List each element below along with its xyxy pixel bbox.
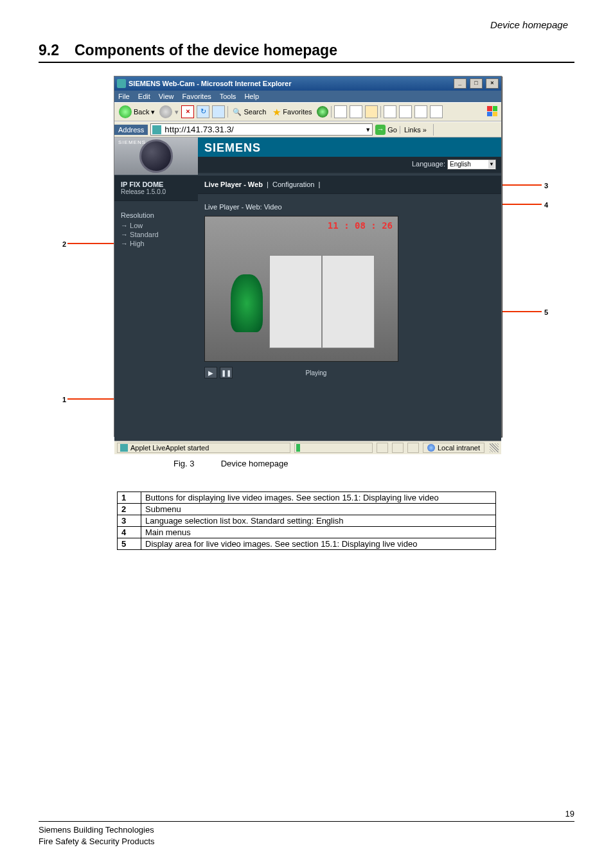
toolbar: Back ▾ ▾ × ↻ 🔍 Search ★ Favorites: [114, 102, 501, 121]
back-button[interactable]: Back ▾: [117, 105, 157, 119]
status-zone-text: Local intranet: [438, 444, 480, 452]
camera-brand-small: SIEMENS: [118, 139, 146, 145]
submenu: Resolution → Low → Standard → High: [114, 201, 198, 259]
video-door-right: [322, 255, 375, 348]
status-bar: Applet LiveApplet started Local intranet: [114, 441, 501, 454]
language-bar: Language: English: [198, 157, 501, 173]
home-button[interactable]: [212, 105, 225, 118]
sidebar: IP FIX DOME Release 1.5.0.0 Resolution →…: [114, 175, 198, 441]
status-zone: Local intranet: [423, 443, 484, 453]
minimize-button[interactable]: _: [454, 78, 466, 89]
star-icon: ★: [272, 107, 281, 117]
favorites-button[interactable]: ★ Favorites: [271, 107, 314, 118]
messenger-button[interactable]: [430, 105, 443, 118]
legend-table: 1Buttons for displaying live video image…: [117, 492, 496, 550]
section-heading: 9.2 Components of the device homepage: [39, 42, 574, 63]
callout-3: 3: [544, 182, 548, 190]
edit-button[interactable]: [384, 105, 396, 118]
video-title: Live Player - Web: Video: [204, 203, 495, 211]
status-progress: [294, 443, 373, 453]
favorites-label: Favorites: [283, 108, 312, 116]
table-row: 5Display area for live video images. See…: [118, 538, 496, 550]
callout-2: 2: [62, 240, 66, 248]
video-controls: ▶ ❚❚ Playing: [204, 367, 397, 378]
discuss-button[interactable]: [399, 105, 412, 118]
legend-text: Display area for live video images. See …: [141, 538, 496, 550]
footer-line-1: Siemens Building Technologies: [39, 824, 574, 836]
menu-tools[interactable]: Tools: [220, 93, 236, 100]
tab-live-player[interactable]: Live Player - Web: [204, 181, 263, 188]
table-row: 2Submenu: [118, 504, 496, 515]
close-button[interactable]: ×: [486, 78, 499, 89]
video-plant: [231, 274, 263, 332]
submenu-item-standard[interactable]: → Standard: [121, 231, 191, 238]
tab-row: Live Player - Web | Configuration |: [198, 175, 501, 194]
intranet-icon: [427, 444, 435, 452]
submenu-item-low[interactable]: → Low: [121, 222, 191, 229]
video-frame: 11 : 08 : 26: [204, 216, 398, 362]
tab-separator: |: [265, 181, 272, 188]
section-title-text: Components of the device homepage: [75, 42, 337, 59]
callout-1: 1: [62, 396, 66, 403]
table-row: 4Main menus: [118, 527, 496, 538]
go-button[interactable]: → Go: [375, 125, 397, 135]
stop-button[interactable]: ×: [181, 105, 194, 118]
refresh-button[interactable]: ↻: [197, 105, 209, 118]
figure-container: 1 2 3 4 5 SIEMENS Web-Cam - Microsoft In…: [39, 76, 574, 455]
menu-view[interactable]: View: [159, 93, 174, 100]
menu-help[interactable]: Help: [244, 93, 259, 100]
browser-window: SIEMENS Web-Cam - Microsoft Internet Exp…: [114, 76, 502, 437]
menu-edit[interactable]: Edit: [138, 93, 150, 100]
status-pane-4: [407, 443, 419, 453]
address-label: Address: [114, 125, 148, 135]
legend-num: 3: [118, 515, 141, 527]
submenu-title: Resolution: [121, 211, 191, 219]
table-row: 3Language selection list box. Standard s…: [118, 515, 496, 527]
search-button[interactable]: 🔍 Search: [231, 107, 268, 117]
mail-button[interactable]: [350, 105, 362, 118]
address-input[interactable]: [163, 124, 365, 135]
submenu-item-high[interactable]: → High: [121, 240, 191, 247]
device-label: IP FIX DOME Release 1.5.0.0: [114, 175, 198, 201]
applet-icon: [120, 444, 128, 452]
media-button[interactable]: [317, 106, 328, 118]
page-footer: 19 Siemens Building Technologies Fire Sa…: [39, 821, 574, 847]
legend-num: 4: [118, 527, 141, 538]
callout-line-3: [499, 184, 542, 186]
device-model: IP FIX DOME: [121, 181, 191, 188]
language-select[interactable]: English: [447, 159, 496, 170]
figure-label: Fig. 3: [173, 459, 218, 468]
pause-button[interactable]: ❚❚: [220, 367, 233, 378]
window-title: SIEMENS Web-Cam - Microsoft Internet Exp…: [129, 80, 291, 87]
legend-text: Language selection list box. Standard se…: [141, 515, 496, 527]
research-button[interactable]: [414, 105, 427, 118]
brand-logo: SIEMENS: [198, 137, 501, 157]
main-area: Live Player - Web | Configuration | Live…: [198, 175, 501, 441]
callout-line-2: [67, 243, 119, 244]
main-columns: IP FIX DOME Release 1.5.0.0 Resolution →…: [114, 175, 501, 441]
menu-favorites[interactable]: Favorites: [182, 93, 211, 100]
legend-num: 5: [118, 538, 141, 550]
callout-4: 4: [544, 201, 548, 209]
ie-icon: [117, 79, 126, 88]
legend-num: 2: [118, 504, 141, 515]
links-menu[interactable]: Links »: [400, 126, 431, 134]
status-text: Applet LiveApplet started: [130, 444, 209, 452]
callout-5: 5: [544, 308, 548, 316]
legend-text: Submenu: [141, 504, 496, 515]
maximize-button[interactable]: □: [470, 78, 483, 89]
play-button[interactable]: ▶: [204, 367, 217, 378]
history-button[interactable]: [334, 105, 347, 118]
status-pane-2: [377, 443, 388, 453]
tab-configuration[interactable]: Configuration: [272, 181, 314, 188]
status-pane-3: [392, 443, 404, 453]
device-release: Release 1.5.0.0: [121, 188, 191, 195]
video-door-left: [269, 255, 322, 348]
print-button[interactable]: [365, 105, 378, 118]
figure-caption-text: Device homepage: [221, 459, 289, 468]
page-header: Device homepage: [39, 19, 574, 30]
menu-bar: File Edit View Favorites Tools Help: [114, 91, 501, 102]
menu-file[interactable]: File: [118, 93, 130, 100]
banner: SIEMENS SIEMENS Language: English: [114, 137, 501, 175]
forward-button[interactable]: [159, 105, 172, 118]
